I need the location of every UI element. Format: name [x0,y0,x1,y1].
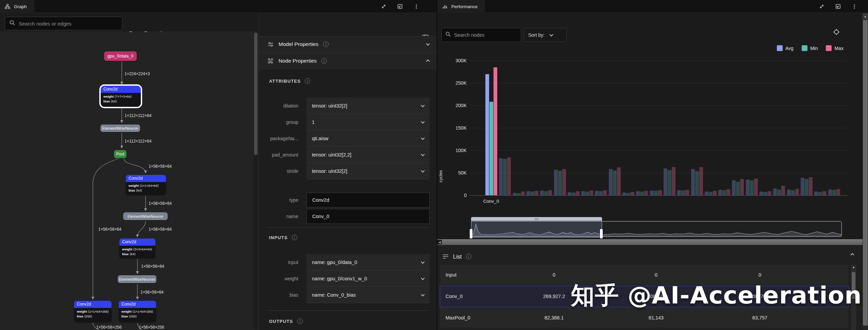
property-dropdown[interactable]: name: gpu_0/data_0 [306,254,430,270]
bar-max-node20[interactable] [768,191,771,195]
bar-min-node6[interactable] [572,193,575,195]
bar-max-node15[interactable] [699,167,703,195]
bar-min-node17[interactable] [722,190,726,195]
performance-search[interactable] [441,28,521,42]
property-dropdown[interactable]: tensor: uint32[2] [306,98,430,114]
info-icon[interactable]: i [323,42,329,47]
info-icon[interactable]: i [321,58,327,64]
horizontal-scrollbar[interactable]: ◀ ▶ [437,239,868,245]
bar-max-node13[interactable] [672,167,675,195]
performance-search-input[interactable] [454,32,518,38]
node-properties-header[interactable]: Node Properties i [259,53,437,69]
scrubber-handle-right[interactable] [600,229,603,238]
bar-max-node8[interactable] [603,190,607,195]
bar-avg-node10[interactable] [622,193,626,195]
panel-scrollbar-thumb[interactable] [863,20,868,326]
bar-min-node3[interactable] [531,192,534,195]
bar-min-node2[interactable] [517,193,521,195]
bar-max-node16[interactable] [713,191,717,195]
graph-node-elementwiseneuron[interactable]: ElementWiseNeuron [118,275,156,283]
property-dropdown[interactable]: name: Conv_0_bias [306,287,430,303]
bar-avg-node17[interactable] [718,190,722,195]
bar-avg-node24[interactable] [814,192,818,195]
bar-min-node15[interactable] [695,171,699,195]
scroll-left-arrow[interactable]: ◀ [437,240,442,244]
bar-avg-node3[interactable] [527,191,530,195]
bar-avg-node15[interactable] [691,169,695,195]
bar-max-node5[interactable] [562,169,566,195]
bar-min-node22[interactable] [791,190,795,195]
bar-avg-node8[interactable] [595,191,599,195]
tab-graph[interactable]: Graph [0,0,34,13]
list-collapse-icon[interactable] [850,253,854,257]
property-input[interactable]: Conv2d [306,193,430,208]
chevron-up-icon[interactable] [426,60,430,63]
bar-max-node21[interactable] [781,186,785,195]
bar-max-node24[interactable] [822,191,826,195]
chart-range-scrubber[interactable] [471,221,842,237]
graph-node-conv2d[interactable]: Conv2dweight ⟨7×7×3×64⟩bias ⟨64⟩ [101,86,141,107]
bar-min-node5[interactable] [558,171,562,195]
bar-avg-node12[interactable] [650,191,654,195]
bar-avg-node23[interactable] [801,178,804,195]
bar-max-node4[interactable] [548,190,552,195]
bar-avg-node6[interactable] [568,192,571,195]
open-in-window-icon[interactable] [397,3,403,10]
bar-min-node9[interactable] [613,170,617,195]
bar-max-node14[interactable] [685,190,689,195]
bar-max-node2[interactable] [521,192,525,195]
bar-max-node7[interactable] [589,191,593,195]
legend-item-avg[interactable]: Avg [777,45,794,51]
bar-avg-node25[interactable] [828,189,832,195]
property-input[interactable]: Conv_0 [306,209,430,224]
property-dropdown[interactable]: qti.aisw [306,130,430,147]
bar-avg-node11[interactable] [636,191,640,195]
expand-icon[interactable] [818,3,825,10]
bar-max-node23[interactable] [809,177,813,195]
bar-max-node9[interactable] [617,167,621,195]
kebab-menu-icon[interactable] [851,3,858,10]
crosshair-target-icon[interactable] [832,28,841,36]
bar-avg-node14[interactable] [677,190,681,195]
property-dropdown[interactable]: tensor: uint32[2,2] [306,147,430,163]
bar-min-node23[interactable] [805,179,808,195]
bar-max-node25[interactable] [836,189,840,195]
chevron-down-icon[interactable] [426,42,430,46]
bar-max-node12[interactable] [658,190,662,195]
cycles-bar-chart[interactable]: 050K100K150K200K250K300KcyclesConv_0 [437,54,863,211]
property-dropdown[interactable]: tensor: uint32[2] [306,163,430,179]
bar-max-node19[interactable] [754,179,758,195]
bar-min-node21[interactable] [777,189,781,195]
bar-avg-node4[interactable] [540,191,544,195]
graph-search-input[interactable] [19,21,118,27]
bar-min-node8[interactable] [599,191,603,195]
bar-avg-Conv_0[interactable] [485,74,489,195]
bar-min-node7[interactable] [585,192,589,195]
model-properties-header[interactable]: Model Properties i [259,36,437,52]
info-icon[interactable]: i [305,78,310,84]
bar-min-node10[interactable] [627,193,630,195]
info-icon[interactable]: i [297,318,303,324]
graph-node-gpu-0-data-0[interactable]: gpu_0/data_0 [104,51,137,61]
bar-min-node11[interactable] [640,192,644,195]
info-icon[interactable]: i [466,254,471,259]
bar-min-node12[interactable] [654,191,658,195]
bar-max-node3[interactable] [535,191,538,195]
bar-avg-node9[interactable] [609,169,613,195]
kebab-menu-icon[interactable] [413,3,420,10]
bar-avg-node5[interactable] [554,170,558,195]
open-in-window-icon[interactable] [835,3,841,10]
bar-avg-node21[interactable] [773,188,777,195]
expand-icon[interactable] [380,3,387,10]
bar-max-Conv_0[interactable] [494,67,497,195]
info-icon[interactable]: i [292,235,297,240]
bar-avg-node20[interactable] [760,192,763,195]
bar-avg-node13[interactable] [664,168,667,195]
bar-max-node22[interactable] [795,189,799,195]
panel-scrollbar[interactable]: ▲ [863,13,868,330]
bar-min-MaxPool_0[interactable] [503,159,507,195]
bar-min-node24[interactable] [818,192,822,195]
scroll-up-button[interactable]: ▲ [863,13,868,19]
bar-avg-node2[interactable] [513,193,517,195]
bar-avg-node18[interactable] [732,180,736,195]
